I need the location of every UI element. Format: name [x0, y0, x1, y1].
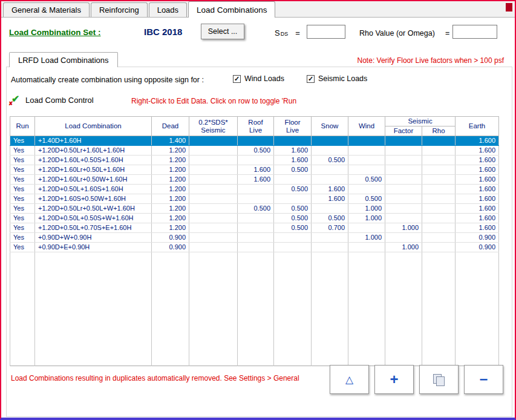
grid-cell[interactable]: 1.600: [274, 146, 312, 156]
grid-cell[interactable]: [385, 136, 422, 146]
grid-cell[interactable]: [385, 146, 422, 156]
grid-cell[interactable]: [238, 223, 274, 233]
grid-cell[interactable]: 1.200: [152, 194, 189, 204]
grid-cell[interactable]: [422, 233, 456, 243]
grid-cell[interactable]: 1.200: [152, 156, 189, 165]
grid-cell[interactable]: [385, 204, 422, 214]
grid-cell[interactable]: Yes: [10, 223, 35, 233]
move-up-button[interactable]: △: [330, 365, 369, 394]
table-row[interactable]: Yes+1.20D+0.50L+0.70S+E+1.60H1.2000.5000…: [10, 223, 499, 233]
grid-cell[interactable]: 0.900: [152, 233, 189, 243]
grid-cell[interactable]: [312, 165, 348, 175]
grid-cell[interactable]: 1.000: [348, 214, 385, 223]
grid-cell[interactable]: Yes: [10, 165, 35, 175]
grid-cell[interactable]: [274, 194, 312, 204]
tab-general-materials[interactable]: General & Materials: [3, 2, 90, 17]
grid-cell[interactable]: 0.900: [152, 243, 189, 252]
grid-cell[interactable]: [189, 175, 238, 185]
grid-cell[interactable]: [422, 204, 456, 214]
grid-cell[interactable]: 0.500: [274, 204, 312, 214]
grid-cell[interactable]: 1.200: [152, 204, 189, 214]
grid-cell[interactable]: 0.700: [312, 223, 348, 233]
add-row-button[interactable]: +: [374, 365, 414, 394]
grid-cell[interactable]: [238, 156, 274, 165]
grid-cell[interactable]: 0.900: [456, 243, 499, 252]
grid-cell[interactable]: [238, 136, 274, 146]
grid-cell[interactable]: Yes: [10, 175, 35, 185]
grid-cell[interactable]: [385, 185, 422, 194]
table-row[interactable]: Yes+1.20D+1.60S+0.50W+1.60H1.2001.6000.5…: [10, 194, 499, 204]
grid-cell[interactable]: [189, 233, 238, 243]
grid-cell[interactable]: 0.500: [238, 204, 274, 214]
grid-cell[interactable]: [348, 223, 385, 233]
grid-cell[interactable]: 1.200: [152, 175, 189, 185]
grid-cell[interactable]: [422, 243, 456, 252]
grid-cell[interactable]: +1.40D+1.60H: [35, 136, 152, 146]
grid-cell[interactable]: 1.600: [456, 223, 499, 233]
grid-cell[interactable]: 1.600: [456, 214, 499, 223]
grid-cell[interactable]: 1.400: [152, 136, 189, 146]
table-row[interactable]: Yes+1.20D+1.60L+0.50S+1.60H1.2001.6000.5…: [10, 156, 499, 165]
grid-cell[interactable]: +0.90D+E+0.90H: [35, 243, 152, 252]
table-row[interactable]: Yes+1.20D+0.50L+0.50S+W+1.60H1.2000.5000…: [10, 214, 499, 223]
grid-cell[interactable]: [348, 136, 385, 146]
grid-cell[interactable]: 0.500: [238, 146, 274, 156]
grid-cell[interactable]: 1.200: [152, 223, 189, 233]
rho-input[interactable]: [452, 25, 497, 39]
grid-cell[interactable]: [312, 233, 348, 243]
grid-cell[interactable]: +1.20D+1.60L+0.50S+1.60H: [35, 156, 152, 165]
grid-cell[interactable]: [312, 175, 348, 185]
grid-cell[interactable]: 1.600: [456, 156, 499, 165]
grid-cell[interactable]: 1.600: [456, 146, 499, 156]
grid-cell[interactable]: [238, 214, 274, 223]
grid-cell[interactable]: 1.200: [152, 165, 189, 175]
grid-cell[interactable]: 1.000: [385, 223, 422, 233]
grid-cell[interactable]: 1.200: [152, 185, 189, 194]
grid-cell[interactable]: [348, 243, 385, 252]
grid-cell[interactable]: 1.000: [385, 243, 422, 252]
grid-cell[interactable]: Yes: [10, 243, 35, 252]
grid-cell[interactable]: 1.600: [274, 156, 312, 165]
table-row[interactable]: Yes+1.20D+1.60Lr+0.50W+1.60H1.2001.6000.…: [10, 175, 499, 185]
table-row[interactable]: Yes+1.20D+1.60Lr+0.50L+1.60H1.2001.6000.…: [10, 165, 499, 175]
grid-cell[interactable]: [385, 194, 422, 204]
grid-cell[interactable]: [274, 175, 312, 185]
grid-cell[interactable]: 1.000: [348, 233, 385, 243]
grid-cell[interactable]: Yes: [10, 185, 35, 194]
grid-cell[interactable]: +1.20D+0.50Lr+1.60L+1.60H: [35, 146, 152, 156]
delete-row-button[interactable]: −: [464, 365, 503, 394]
grid-cell[interactable]: 1.600: [456, 204, 499, 214]
grid-cell[interactable]: +1.20D+0.50L+0.70S+E+1.60H: [35, 223, 152, 233]
grid-cell[interactable]: Yes: [10, 136, 35, 146]
grid-cell[interactable]: 1.600: [456, 194, 499, 204]
tab-loads[interactable]: Loads: [149, 2, 187, 17]
grid-cell[interactable]: 1.600: [312, 194, 348, 204]
grid-cell[interactable]: [189, 194, 238, 204]
grid-cell[interactable]: 1.600: [456, 136, 499, 146]
grid-cell[interactable]: [312, 243, 348, 252]
tab-reinforcing[interactable]: Reinforcing: [91, 2, 148, 17]
grid-cell[interactable]: [189, 204, 238, 214]
grid-cell[interactable]: [422, 214, 456, 223]
grid-cell[interactable]: [189, 185, 238, 194]
wind-loads-checkbox[interactable]: ✓: [233, 75, 241, 83]
grid-cell[interactable]: Yes: [10, 146, 35, 156]
grid-cell[interactable]: [385, 214, 422, 223]
grid-cell[interactable]: [238, 185, 274, 194]
table-row[interactable]: Yes+0.90D+W+0.90H0.9001.0000.900: [10, 233, 499, 243]
grid-cell[interactable]: [189, 165, 238, 175]
grid-cell[interactable]: Yes: [10, 233, 35, 243]
tab-lrfd-load-combinations[interactable]: LRFD Load Combinations: [9, 52, 118, 67]
grid-cell[interactable]: [189, 136, 238, 146]
grid-cell[interactable]: [422, 194, 456, 204]
grid-cell[interactable]: [422, 185, 456, 194]
table-row[interactable]: Yes+1.20D+0.50Lr+0.50L+W+1.60H1.2000.500…: [10, 204, 499, 214]
grid-cell[interactable]: [312, 136, 348, 146]
grid-cell[interactable]: [274, 243, 312, 252]
grid-cell[interactable]: +0.90D+W+0.90H: [35, 233, 152, 243]
grid-cell[interactable]: 0.500: [274, 185, 312, 194]
grid-cell[interactable]: [189, 214, 238, 223]
grid-cell[interactable]: 0.500: [274, 223, 312, 233]
table-row[interactable]: Yes+1.40D+1.60H1.4001.600: [10, 136, 499, 146]
grid-cell[interactable]: [422, 165, 456, 175]
